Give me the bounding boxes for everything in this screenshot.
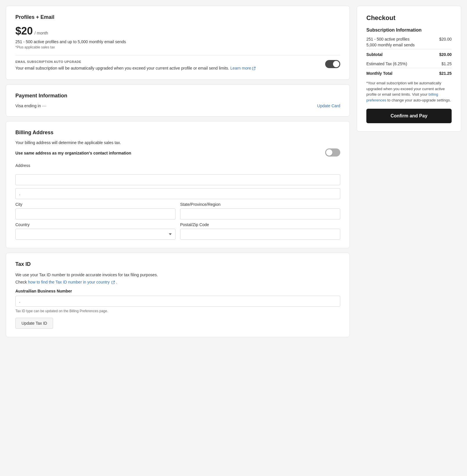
- checkout-tax-label: Estimated Tax (6.25%): [366, 61, 407, 66]
- auto-upgrade-desc: Your email subscription will be automati…: [15, 65, 321, 71]
- payment-card: Payment Information Visa ending in ···· …: [6, 84, 350, 117]
- checkout-subtotal-row: Subtotal $20.00: [366, 49, 452, 57]
- checkout-total-label: Monthly Total: [366, 71, 392, 76]
- checkout-line1-label: 251 - 500 active profiles: [366, 37, 439, 41]
- plan-description: 251 - 500 active profiles and up to 5,00…: [15, 39, 340, 44]
- toggle-slider-off: [325, 148, 340, 157]
- learn-more-link[interactable]: Learn more: [230, 65, 256, 71]
- same-address-toggle[interactable]: [325, 148, 340, 157]
- tax-id-title: Tax ID: [15, 261, 340, 267]
- checkout-total-row: Monthly Total $21.25: [366, 68, 452, 76]
- billing-title: Billing Address: [15, 130, 340, 136]
- billing-desc: Your billing address will determine the …: [15, 140, 340, 145]
- address-fields: Address City State/Province/Region: [15, 163, 340, 240]
- tax-id-desc2: Check how to find the Tax ID number in y…: [15, 279, 340, 285]
- same-address-label: Use same address as my organization's co…: [15, 151, 131, 155]
- city-label: City: [15, 202, 175, 207]
- left-column: Profiles + Email $20 / month 251 - 500 a…: [6, 6, 350, 337]
- external-link-icon-2: [111, 281, 115, 284]
- confirm-pay-button[interactable]: Confirm and Pay: [366, 109, 452, 123]
- city-state-row: City State/Province/Region: [15, 202, 340, 219]
- toggle-knob-off: [326, 149, 332, 156]
- checkout-line2-row: 5,000 monthly email sends: [366, 43, 452, 47]
- auto-upgrade-text: EMAIL SUBSCRIPTION AUTO UPGRADE Your ema…: [15, 60, 321, 71]
- billing-address-card: Billing Address Your billing address wil…: [6, 121, 350, 248]
- payment-label: Visa ending in ····: [15, 103, 46, 108]
- state-input[interactable]: [180, 208, 340, 219]
- checkout-line1-value: $20.00: [439, 37, 452, 41]
- state-field: State/Province/Region: [180, 202, 340, 219]
- plan-price: $20: [15, 25, 33, 37]
- toggle-knob: [333, 61, 339, 67]
- checkout-note: *Your email subscription will be automat…: [366, 80, 452, 103]
- same-address-row: Use same address as my organization's co…: [15, 148, 340, 157]
- postal-label: Postal/Zip Code: [180, 222, 340, 227]
- update-card-link[interactable]: Update Card: [317, 103, 340, 108]
- checkout-subtotal-label: Subtotal: [366, 52, 383, 57]
- checkout-section-title: Subscription Information: [366, 28, 452, 33]
- postal-input[interactable]: [180, 229, 340, 240]
- tax-field-label: Austrailian Business Number: [15, 289, 340, 293]
- plan-tax-note: *Plus applicable sales tax: [15, 45, 340, 49]
- auto-upgrade-label: EMAIL SUBSCRIPTION AUTO UPGRADE: [15, 60, 321, 63]
- city-input[interactable]: [15, 208, 175, 219]
- tax-hint: Tax ID type can be updated on the Billin…: [15, 309, 340, 313]
- checkout-tax-value: $1.25: [441, 61, 452, 66]
- external-link-icon: [252, 67, 256, 70]
- plan-period: / month: [35, 31, 48, 35]
- checkout-total-value: $21.25: [439, 71, 452, 76]
- tax-id-input[interactable]: [15, 296, 340, 307]
- checkout-title: Checkout: [366, 14, 452, 22]
- country-postal-row: Country Postal/Zip Code: [15, 222, 340, 240]
- payment-row: Visa ending in ···· Update Card: [15, 103, 340, 108]
- checkout-line2-label: 5,000 monthly email sends: [366, 43, 452, 47]
- auto-upgrade-section: EMAIL SUBSCRIPTION AUTO UPGRADE Your ema…: [15, 60, 340, 71]
- payment-title: Payment Information: [15, 93, 340, 99]
- toggle-slider: [325, 60, 340, 68]
- divider: [15, 55, 340, 55]
- tax-id-how-to-link[interactable]: how to find the Tax ID number in your co…: [28, 280, 116, 284]
- tax-id-desc1: We use your Tax ID number to provide acc…: [15, 272, 340, 278]
- country-field: Country: [15, 222, 175, 240]
- state-label: State/Province/Region: [180, 202, 340, 207]
- address-line2-input[interactable]: [15, 188, 340, 199]
- country-select[interactable]: [15, 229, 175, 240]
- address-line1-input[interactable]: [15, 174, 340, 185]
- update-tax-button[interactable]: Update Tax ID: [15, 318, 53, 329]
- checkout-line1-row: 251 - 500 active profiles $20.00: [366, 37, 452, 41]
- plan-title: Profiles + Email: [15, 14, 340, 20]
- checkout-tax-row: Estimated Tax (6.25%) $1.25: [366, 61, 452, 66]
- address-label: Address: [15, 163, 340, 168]
- checkout-card: Checkout Subscription Information 251 - …: [357, 6, 461, 132]
- country-label: Country: [15, 222, 175, 227]
- postal-field: Postal/Zip Code: [180, 222, 340, 240]
- city-field: City: [15, 202, 175, 219]
- auto-upgrade-toggle[interactable]: [325, 60, 340, 69]
- plan-card: Profiles + Email $20 / month 251 - 500 a…: [6, 6, 350, 80]
- card-dots: ····: [42, 103, 47, 108]
- checkout-panel: Checkout Subscription Information 251 - …: [357, 6, 461, 132]
- checkout-subtotal-value: $20.00: [439, 52, 452, 57]
- tax-id-card: Tax ID We use your Tax ID number to prov…: [6, 253, 350, 337]
